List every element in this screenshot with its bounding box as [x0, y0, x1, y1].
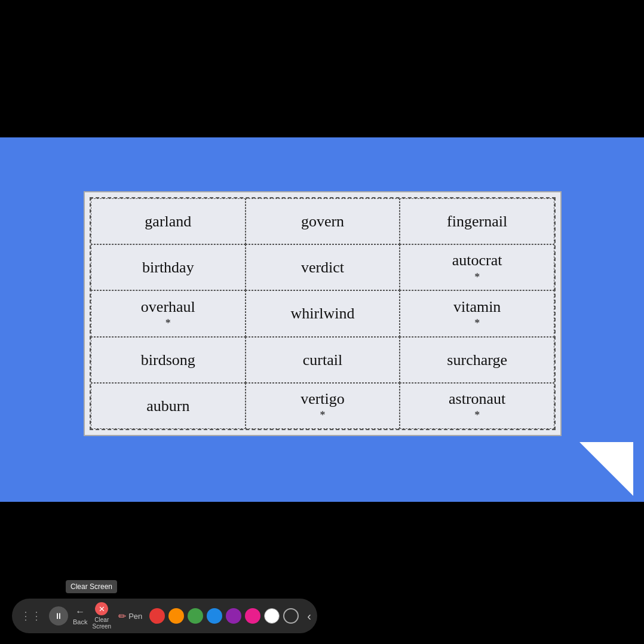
pen-icon: ✏ [118, 611, 126, 622]
toolbar-inner: ⋮⋮ ⏸ ← Back ✕ ClearScreen ✏ Pen [12, 599, 317, 633]
bingo-cell-8[interactable]: vitamin* [400, 290, 554, 336]
pause-button[interactable]: ⏸ [49, 606, 68, 625]
pen-icon-wrap: ✏ Pen [118, 611, 142, 622]
bingo-card: garlandgovernfingernailbirthdayverdictau… [84, 191, 562, 436]
bingo-cell-13[interactable]: vertigo* [246, 383, 400, 429]
bingo-grid: garlandgovernfingernailbirthdayverdictau… [90, 197, 556, 430]
bingo-cell-5[interactable]: autocrat* [400, 244, 554, 290]
bingo-cell-word-3: birthday [142, 258, 194, 277]
bingo-cell-9[interactable]: birdsong [91, 337, 246, 383]
bingo-cell-word-12: auburn [146, 397, 189, 415]
toolbar-handle[interactable]: ⋮⋮ [18, 608, 44, 624]
color-white[interactable] [264, 608, 280, 624]
bingo-cell-star-14: * [474, 409, 480, 422]
bingo-cell-word-2: fingernail [447, 212, 507, 231]
bingo-cell-7[interactable]: whirlwind [246, 290, 400, 336]
color-orange[interactable] [168, 608, 184, 624]
color-purple[interactable] [226, 608, 241, 624]
bingo-cell-word-14: astronaut [449, 390, 505, 408]
bingo-cell-star-13: * [320, 409, 325, 422]
color-outline[interactable] [283, 608, 299, 624]
bingo-cell-word-1: govern [301, 212, 344, 231]
collapse-button[interactable]: ‹ [307, 609, 311, 623]
bingo-cell-star-6: * [165, 317, 171, 330]
bingo-cell-word-13: vertigo [300, 390, 345, 408]
bingo-cell-word-6: overhaul [141, 298, 195, 316]
color-blue[interactable] [207, 608, 222, 624]
back-label: Back [73, 618, 87, 625]
bingo-cell-12[interactable]: auburn [91, 383, 246, 429]
pen-section: ✏ Pen [118, 611, 142, 622]
bingo-cell-10[interactable]: curtail [246, 337, 400, 383]
bingo-cell-word-10: curtail [303, 351, 342, 369]
bingo-cell-3[interactable]: birthday [91, 244, 246, 290]
bingo-cell-word-0: garland [145, 212, 191, 231]
bingo-cell-word-8: vitamin [453, 298, 501, 316]
pen-label: Pen [128, 612, 142, 621]
color-palette [149, 608, 299, 624]
bingo-cell-word-5: autocrat [452, 251, 502, 269]
bingo-cell-word-11: surcharge [447, 351, 507, 369]
color-red[interactable] [149, 608, 165, 624]
bingo-cell-word-9: birdsong [141, 351, 195, 369]
bingo-cell-11[interactable]: surcharge [400, 337, 554, 383]
top-black-bar [0, 0, 644, 137]
color-pink[interactable] [245, 608, 260, 624]
clear-screen-button[interactable]: ✕ ClearScreen [92, 602, 111, 630]
bingo-cell-star-5: * [474, 271, 480, 284]
clear-screen-label: ClearScreen [92, 617, 111, 630]
bingo-cell-4[interactable]: verdict [246, 244, 400, 290]
bingo-cell-star-8: * [474, 317, 480, 330]
back-button[interactable]: ← Back [73, 606, 87, 625]
pause-icon: ⏸ [54, 611, 63, 621]
bingo-cell-6[interactable]: overhaul* [91, 290, 246, 336]
bingo-cell-word-4: verdict [301, 258, 344, 277]
toolbar: ⋮⋮ ⏸ ← Back ✕ ClearScreen ✏ Pen [12, 599, 317, 633]
clear-screen-icon: ✕ [95, 602, 108, 615]
clear-screen-tooltip: Clear Screen [66, 580, 117, 593]
color-green[interactable] [188, 608, 203, 624]
back-arrow-icon: ← [75, 606, 85, 617]
bingo-cell-2[interactable]: fingernail [400, 198, 554, 244]
bingo-cell-word-7: whirlwind [291, 304, 355, 323]
bingo-cell-0[interactable]: garland [91, 198, 246, 244]
bingo-cell-14[interactable]: astronaut* [400, 383, 554, 429]
bingo-cell-1[interactable]: govern [246, 198, 400, 244]
